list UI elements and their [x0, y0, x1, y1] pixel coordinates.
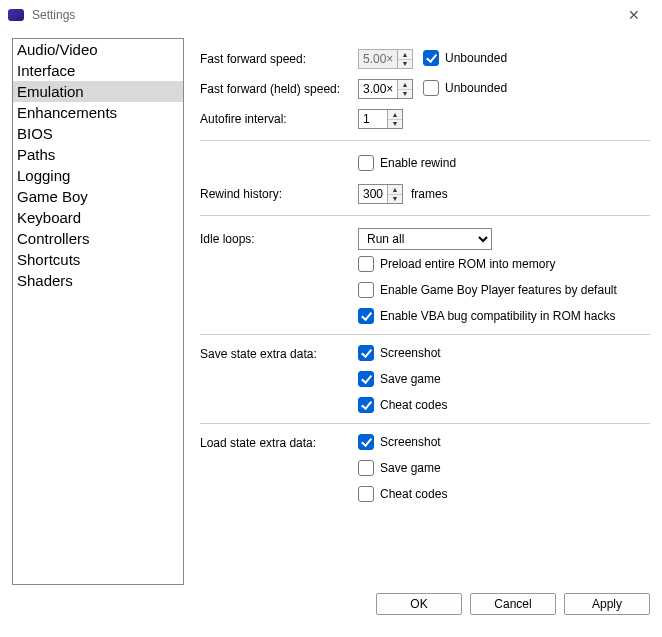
sidebar-item-audio-video[interactable]: Audio/Video [13, 39, 183, 60]
ff-speed-spinner: ▲▼ [358, 49, 413, 69]
save-screenshot-checkbox[interactable]: Screenshot [358, 345, 447, 361]
sidebar: Audio/VideoInterfaceEmulationEnhancement… [12, 38, 184, 585]
sidebar-item-emulation[interactable]: Emulation [13, 81, 183, 102]
sidebar-item-logging[interactable]: Logging [13, 165, 183, 186]
load-screenshot-checkbox[interactable]: Screenshot [358, 434, 447, 450]
gbp-features-checkbox[interactable]: Enable Game Boy Player features by defau… [358, 282, 617, 298]
enable-rewind-label: Enable rewind [380, 156, 456, 170]
spinner-up-icon: ▲ [398, 50, 412, 60]
spinner-down-icon[interactable]: ▼ [388, 195, 402, 204]
spinner-down-icon[interactable]: ▼ [388, 120, 402, 129]
separator [200, 334, 650, 335]
titlebar: Settings ✕ [0, 0, 662, 30]
autofire-label: Autofire interval: [200, 112, 358, 126]
autofire-input[interactable] [359, 110, 387, 128]
spinner-up-icon[interactable]: ▲ [398, 80, 412, 90]
sidebar-item-enhancements[interactable]: Enhancements [13, 102, 183, 123]
ff-speed-label: Fast forward speed: [200, 52, 358, 66]
spinner-down-icon: ▼ [398, 60, 412, 69]
ff-unbounded-checkbox[interactable]: Unbounded [423, 50, 507, 66]
sidebar-item-bios[interactable]: BIOS [13, 123, 183, 144]
idle-loops-label: Idle loops: [200, 232, 358, 246]
settings-panel: Fast forward speed: ▲▼ Unbounded Fast fo… [200, 38, 650, 585]
separator [200, 140, 650, 141]
save-cheat-checkbox[interactable]: Cheat codes [358, 397, 447, 413]
ff-held-unbounded-label: Unbounded [445, 81, 507, 95]
preload-rom-label: Preload entire ROM into memory [380, 257, 555, 271]
vba-compat-label: Enable VBA bug compatibility in ROM hack… [380, 309, 615, 323]
rewind-history-input[interactable] [359, 185, 387, 203]
save-extra-label: Save state extra data: [200, 345, 358, 361]
sidebar-item-controllers[interactable]: Controllers [13, 228, 183, 249]
preload-rom-checkbox[interactable]: Preload entire ROM into memory [358, 256, 617, 272]
separator [200, 423, 650, 424]
apply-button[interactable]: Apply [564, 593, 650, 615]
separator [200, 215, 650, 216]
dialog-footer: OK Cancel Apply [0, 585, 662, 625]
sidebar-item-shortcuts[interactable]: Shortcuts [13, 249, 183, 270]
ff-held-unbounded-checkbox[interactable]: Unbounded [423, 80, 507, 96]
load-screenshot-label: Screenshot [380, 435, 441, 449]
save-screenshot-label: Screenshot [380, 346, 441, 360]
sidebar-item-game-boy[interactable]: Game Boy [13, 186, 183, 207]
ff-held-input[interactable] [359, 80, 397, 98]
rewind-history-spinner[interactable]: ▲▼ [358, 184, 403, 204]
sidebar-item-interface[interactable]: Interface [13, 60, 183, 81]
load-extra-label: Load state extra data: [200, 434, 358, 450]
ff-unbounded-label: Unbounded [445, 51, 507, 65]
load-cheat-checkbox[interactable]: Cheat codes [358, 486, 447, 502]
close-icon[interactable]: ✕ [614, 7, 654, 23]
ff-held-spinner[interactable]: ▲▼ [358, 79, 413, 99]
rewind-history-suffix: frames [411, 187, 448, 201]
save-cheat-label: Cheat codes [380, 398, 447, 412]
save-game-checkbox[interactable]: Save game [358, 371, 447, 387]
idle-loops-select[interactable]: Run all [358, 228, 492, 250]
spinner-up-icon[interactable]: ▲ [388, 185, 402, 195]
load-cheat-label: Cheat codes [380, 487, 447, 501]
spinner-up-icon[interactable]: ▲ [388, 110, 402, 120]
enable-rewind-checkbox[interactable]: Enable rewind [358, 155, 456, 171]
cancel-button[interactable]: Cancel [470, 593, 556, 615]
ff-speed-input [359, 50, 397, 68]
vba-compat-checkbox[interactable]: Enable VBA bug compatibility in ROM hack… [358, 308, 617, 324]
window-title: Settings [32, 8, 614, 22]
gbp-features-label: Enable Game Boy Player features by defau… [380, 283, 617, 297]
autofire-spinner[interactable]: ▲▼ [358, 109, 403, 129]
sidebar-item-paths[interactable]: Paths [13, 144, 183, 165]
spinner-down-icon[interactable]: ▼ [398, 90, 412, 99]
load-game-label: Save game [380, 461, 441, 475]
ok-button[interactable]: OK [376, 593, 462, 615]
load-game-checkbox[interactable]: Save game [358, 460, 447, 476]
app-icon [8, 9, 24, 21]
ff-held-label: Fast forward (held) speed: [200, 82, 358, 96]
sidebar-item-shaders[interactable]: Shaders [13, 270, 183, 291]
save-game-label: Save game [380, 372, 441, 386]
rewind-history-label: Rewind history: [200, 187, 358, 201]
sidebar-item-keyboard[interactable]: Keyboard [13, 207, 183, 228]
